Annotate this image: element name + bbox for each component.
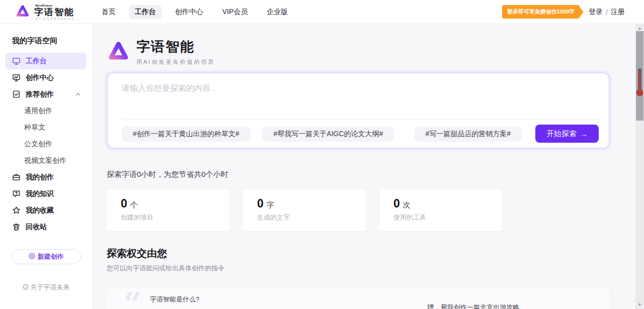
- nav-creation-center[interactable]: 创作中心: [170, 5, 209, 19]
- sidebar-item-label: 我的创作: [26, 173, 54, 182]
- suggestion-chip-dessert[interactable]: #写一篇甜品店的营销方案#: [414, 126, 522, 142]
- star-icon: [12, 206, 21, 215]
- sidebar-item-my-creations[interactable]: 我的创作: [0, 169, 92, 185]
- suggestion-chips-row: #创作一篇关于黄山出游的种草文# #帮我写一篇关于AIGC的论文大纲# #写一篇…: [122, 119, 599, 148]
- plus-circle-icon: [29, 253, 35, 261]
- nav-vip[interactable]: VIP会员: [217, 5, 254, 19]
- sidebar-item-label: 回收站: [26, 223, 47, 232]
- sidebar-subitem-general[interactable]: 通用创作: [0, 102, 92, 119]
- sidebar-item-creation-center[interactable]: 创作中心: [0, 69, 92, 86]
- header-right: 登录即可享免费创作1000字 登录 / 注册: [502, 5, 625, 19]
- example-question: 字语智能是什么?: [150, 295, 199, 304]
- brand-english-name: WordFuture: [35, 4, 75, 7]
- stat-unit: 个: [130, 200, 138, 209]
- top-navigation: 首页 工作台 创作中心 VIP会员 企业版: [96, 5, 294, 19]
- page-scrollbar[interactable]: ▲ ▼: [635, 24, 644, 309]
- sidebar-item-my-favorites[interactable]: 我的收藏: [0, 202, 92, 219]
- hero-brand-block: 字语智能 用AI创造更有价值的信息: [107, 38, 610, 66]
- chevron-up-icon[interactable]: [75, 91, 81, 97]
- stat-value: 0: [257, 197, 264, 210]
- stat-label: 创建的项目: [121, 213, 229, 222]
- stat-card-tools: 0次 使用的工具: [379, 189, 502, 231]
- nav-home[interactable]: 首页: [96, 5, 121, 19]
- thermometer-indicator-icon: [636, 68, 643, 97]
- sidebar-item-label: 工作台: [26, 57, 47, 66]
- brand-tagline: 用AI创造更有价值的信息: [35, 18, 75, 20]
- example-answer: 嘿，帮我创作一篇北京出游攻略: [428, 303, 519, 309]
- brand-name: 字语智能: [34, 8, 75, 17]
- sidebar-subitem-video-script[interactable]: 视频文案创作: [0, 152, 92, 169]
- login-promo-badge[interactable]: 登录即可享免费创作1000字: [502, 5, 580, 19]
- stats-cards: 0个 创建的项目 0字 生成的文字 0次 使用的工具: [107, 189, 610, 231]
- start-explore-label: 开始探索: [546, 129, 577, 139]
- main-content: 字语智能 用AI创造更有价值的信息 #创作一篇关于黄山出游的种草文# #帮我写一…: [92, 24, 635, 309]
- search-input[interactable]: [122, 83, 595, 119]
- stat-label: 使用的工具: [393, 213, 502, 222]
- brand-triangle-icon: [15, 4, 30, 21]
- nav-workbench[interactable]: 工作台: [129, 5, 162, 19]
- hero-brand-name: 字语智能: [136, 38, 215, 56]
- info-circle-icon: [23, 283, 31, 291]
- scrollbar-down-arrow[interactable]: ▼: [635, 302, 644, 307]
- stat-card-projects: 0个 创建的项目: [107, 189, 229, 231]
- hero-brand-tagline: 用AI创造更有价值的信息: [136, 58, 215, 66]
- start-explore-button[interactable]: 开始探索 →: [535, 125, 599, 143]
- suggestion-chip-huangshan[interactable]: #创作一篇关于黄山出游的种草文#: [122, 126, 251, 142]
- trash-icon: [12, 223, 21, 231]
- sidebar-item-my-knowledge[interactable]: 我的知识: [0, 185, 92, 202]
- stat-card-words: 0字 生成的文字: [243, 189, 366, 231]
- doc-check-icon: [12, 90, 21, 98]
- register-link[interactable]: 注册: [611, 8, 625, 17]
- sidebar-item-recycle-bin[interactable]: 回收站: [0, 219, 92, 235]
- stat-value: 0: [121, 197, 127, 210]
- stat-unit: 次: [403, 200, 411, 209]
- top-header: WordFuture 字语智能 用AI创造更有价值的信息 首页 工作台 创作中心…: [0, 0, 644, 24]
- sidebar: 我的字语空间 工作台 创作中心 推荐创作 通用创作 种草文 公文创作 视频文案创…: [0, 24, 92, 309]
- explore-section-title: 探索权交由您: [107, 247, 610, 260]
- auth-divider: /: [606, 8, 608, 16]
- suggestion-chip-aigc[interactable]: #帮我写一篇关于AIGC的论文大纲#: [263, 126, 394, 142]
- nav-enterprise[interactable]: 企业版: [261, 5, 293, 19]
- sidebar-item-label: 我的收藏: [26, 206, 54, 215]
- scrollbar-up-arrow[interactable]: ▲: [635, 26, 644, 31]
- about-link[interactable]: 关于字语未来: [0, 283, 92, 292]
- example-prompt-card: “ 字语智能是什么? 嘿，帮我创作一篇北京出游攻略: [107, 287, 610, 309]
- sidebar-subitem-official-doc[interactable]: 公文创作: [0, 136, 92, 152]
- new-creation-button[interactable]: 新建创作: [12, 249, 81, 264]
- brand-logo[interactable]: WordFuture 字语智能 用AI创造更有价值的信息: [15, 4, 75, 21]
- stat-label: 生成的文字: [257, 213, 366, 222]
- monitor-chart-icon: [12, 73, 21, 82]
- sidebar-item-label: 我的知识: [26, 189, 54, 198]
- stat-value: 0: [393, 197, 400, 210]
- login-link[interactable]: 登录: [589, 8, 603, 17]
- search-panel: #创作一篇关于黄山出游的种草文# #帮我写一篇关于AIGC的论文大纲# #写一篇…: [107, 72, 610, 149]
- quote-mark-icon: “: [123, 288, 142, 309]
- hero-triangle-icon: [107, 39, 130, 65]
- arrow-right-icon: →: [580, 130, 588, 138]
- sidebar-item-label: 创作中心: [26, 73, 54, 82]
- sidebar-item-workbench[interactable]: 工作台: [5, 53, 87, 69]
- sidebar-title: 我的字语空间: [12, 36, 92, 46]
- monitor-icon: [12, 57, 21, 65]
- sidebar-subitem-seeding[interactable]: 种草文: [0, 119, 92, 136]
- sidebar-item-label: 推荐创作: [26, 90, 54, 99]
- explore-section-subtitle: 您可以向字语提问或给出具体创作的指令: [107, 264, 610, 273]
- new-creation-label: 新建创作: [38, 252, 64, 261]
- sidebar-item-recommend[interactable]: 推荐创作: [0, 86, 92, 102]
- stats-summary-text: 探索字语0小时，为您节省共0个小时: [107, 170, 610, 179]
- briefcase-icon: [12, 173, 21, 181]
- about-label: 关于字语未来: [30, 283, 69, 291]
- stat-unit: 字: [267, 200, 274, 209]
- question-bubble-icon: [12, 189, 21, 198]
